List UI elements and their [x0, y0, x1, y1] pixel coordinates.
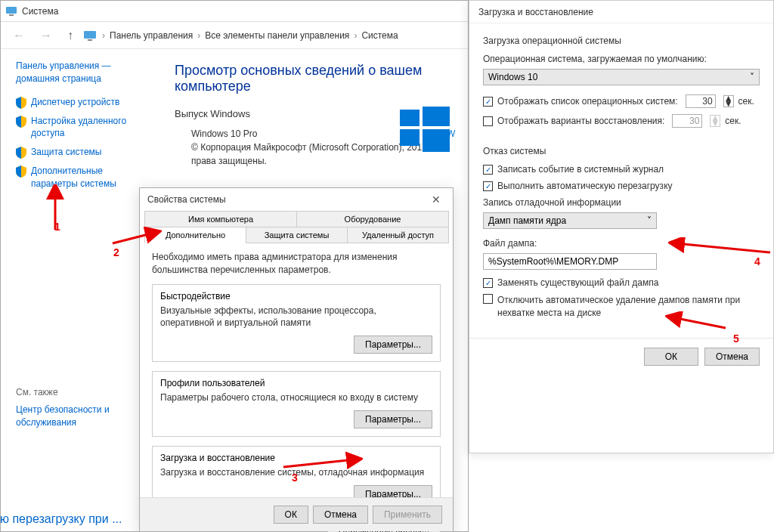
show-os-list-checkbox[interactable]	[483, 97, 493, 107]
svg-rect-3	[88, 39, 92, 41]
overwrite-checkbox[interactable]	[483, 278, 493, 288]
startup-title-text: Загрузка и восстановление	[478, 7, 593, 17]
tab-content: Необходимо иметь права администратора дл…	[140, 243, 453, 532]
disable-auto-del-row: Отключить автоматическое удаление дампов…	[483, 294, 760, 320]
failure-section-label: Отказ системы	[483, 146, 760, 156]
recovery-time-input: 30	[672, 114, 702, 128]
breadcrumb-item[interactable]: Все элементы панели управления	[205, 30, 349, 41]
control-panel-home-link[interactable]: Панель управления — домашняя страница	[16, 60, 152, 85]
svg-rect-4	[400, 110, 420, 126]
breadcrumb-item[interactable]: Система	[361, 30, 398, 41]
advanced-system-settings-link[interactable]: Дополнительные параметры системы	[16, 165, 152, 190]
chevron-down-icon: ˅	[647, 215, 652, 226]
profiles-desc: Параметры рабочего стола, относящиеся ко…	[160, 391, 432, 404]
window-title: Система	[22, 6, 58, 17]
shield-icon	[16, 97, 26, 109]
sysprops-titlebar: Свойства системы ✕	[140, 188, 453, 211]
apply-button[interactable]: Применить	[373, 506, 442, 524]
default-os-select[interactable]: Windows 10 ˅	[483, 69, 760, 85]
chevron-down-icon: ˅	[750, 72, 754, 82]
auto-restart-row: Выполнить автоматическую перезагрузку	[483, 181, 760, 191]
show-os-list-row: Отображать список операционных систем: 3…	[483, 94, 760, 108]
svg-rect-7	[423, 129, 450, 152]
tab-hardware[interactable]: Оборудование	[296, 211, 449, 227]
forward-button[interactable]: →	[36, 27, 57, 44]
tab-advanced[interactable]: Дополнительно	[144, 227, 246, 243]
shield-icon	[16, 165, 26, 178]
ok-button[interactable]: ОК	[274, 506, 308, 524]
system-properties-dialog: Свойства системы ✕ Имя компьютера Оборуд…	[139, 187, 454, 532]
system-protection-link[interactable]: Защита системы	[16, 146, 152, 159]
bottom-cropped-text: ю перезагрузку при ...	[0, 512, 122, 526]
tab-remote[interactable]: Удаленный доступ	[347, 227, 449, 243]
profiles-fieldset: Профили пользователей Параметры рабочего…	[152, 371, 441, 437]
perf-title: Быстродействие	[160, 291, 432, 302]
boot-section-label: Загрузка операционной системы	[483, 36, 760, 46]
sysprops-title-text: Свойства системы	[147, 194, 226, 205]
nav-bar: ← → ↑ › Панель управления › Все элементы…	[1, 22, 468, 49]
tab-computer-name[interactable]: Имя компьютера	[144, 211, 297, 227]
cancel-button[interactable]: Отмена	[313, 506, 368, 524]
startup-recovery-dialog: Загрузка и восстановление Загрузка опера…	[469, 0, 774, 453]
page-heading: Просмотр основных сведений о вашем компь…	[175, 63, 453, 94]
performance-fieldset: Быстродействие Визуальные эффекты, испол…	[152, 284, 441, 363]
auto-restart-checkbox[interactable]	[483, 181, 493, 191]
computer-icon	[5, 5, 17, 17]
pc-icon	[84, 30, 98, 41]
show-recovery-checkbox[interactable]	[483, 116, 493, 126]
default-os-label: Операционная система, загружаемая по умо…	[483, 54, 760, 64]
startup-footer: ОК Отмена	[469, 338, 773, 375]
spinner-buttons[interactable]: ▲▼	[723, 95, 734, 107]
dump-file-input[interactable]	[483, 253, 657, 270]
see-also-label: См. также	[16, 387, 152, 397]
titlebar: Система	[1, 1, 468, 22]
svg-rect-1	[9, 14, 14, 16]
svg-rect-5	[423, 107, 450, 126]
startup-title: Загрузка и восстановление	[160, 453, 432, 463]
disable-auto-del-checkbox[interactable]	[483, 294, 493, 304]
overwrite-row: Заменять существующий файл дампа	[483, 277, 760, 288]
breadcrumb[interactable]: › Панель управления › Все элементы панел…	[84, 30, 398, 41]
svg-text:W: W	[447, 128, 456, 139]
tabs: Имя компьютера Оборудование Дополнительн…	[144, 211, 448, 243]
cancel-button[interactable]: Отмена	[704, 348, 760, 366]
profiles-settings-button[interactable]: Параметры...	[354, 410, 432, 428]
admin-note: Необходимо иметь права администратора дл…	[152, 251, 441, 277]
profiles-title: Профили пользователей	[160, 378, 432, 388]
left-nav: Панель управления — домашняя страница Ди…	[1, 49, 159, 439]
shield-icon	[16, 147, 26, 159]
spinner-buttons-disabled: ▲▼	[710, 115, 720, 127]
svg-rect-2	[84, 31, 96, 39]
up-button[interactable]: ↑	[63, 27, 78, 44]
device-manager-link[interactable]: Диспетчер устройств	[16, 96, 152, 109]
shield-icon	[16, 116, 26, 128]
svg-rect-0	[6, 7, 17, 14]
svg-rect-6	[400, 129, 420, 146]
perf-desc: Визуальные эффекты, использование процес…	[160, 305, 432, 330]
write-log-checkbox[interactable]	[483, 165, 493, 175]
close-button[interactable]: ✕	[427, 192, 445, 207]
breadcrumb-item[interactable]: Панель управления	[110, 30, 193, 41]
dump-file-label: Файл дампа:	[483, 238, 760, 249]
remote-settings-link[interactable]: Настройка удаленного доступа	[16, 115, 152, 141]
windows-logo: W	[400, 107, 460, 152]
dump-type-select[interactable]: Дамп памяти ядра ˅	[483, 212, 657, 229]
os-list-time-input[interactable]: 30	[686, 94, 716, 108]
startup-titlebar: Загрузка и восстановление	[469, 1, 773, 23]
back-button[interactable]: ←	[8, 27, 29, 44]
startup-body: Загрузка операционной системы Операционн…	[469, 23, 773, 338]
write-log-row: Записать событие в системный журнал	[483, 164, 760, 175]
tab-system-protection[interactable]: Защита системы	[246, 227, 348, 243]
startup-desc: Загрузка и восстановление системы, отлад…	[160, 466, 432, 479]
security-maintenance-link[interactable]: Центр безопасности и обслуживания	[16, 404, 152, 429]
perf-settings-button[interactable]: Параметры...	[354, 336, 432, 354]
debug-info-label: Запись отладочной информации	[483, 197, 760, 208]
sysprops-footer: ОК Отмена Применить	[140, 497, 453, 531]
show-recovery-row: Отображать варианты восстановления: 30 ▲…	[483, 114, 760, 128]
ok-button[interactable]: ОК	[644, 348, 698, 366]
